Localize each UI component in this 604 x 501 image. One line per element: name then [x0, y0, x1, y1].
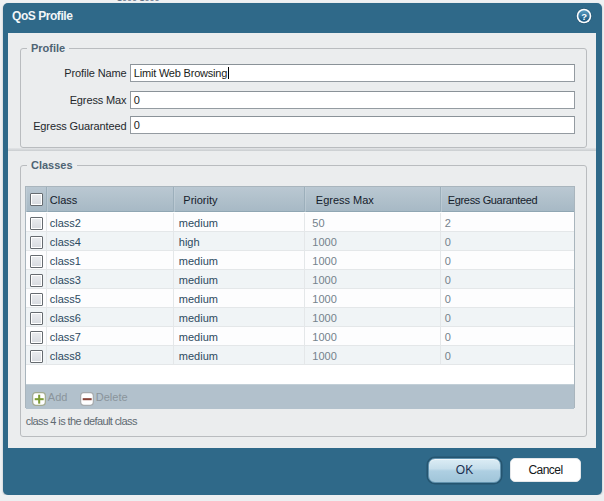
svg-text:?: ? [581, 11, 587, 22]
